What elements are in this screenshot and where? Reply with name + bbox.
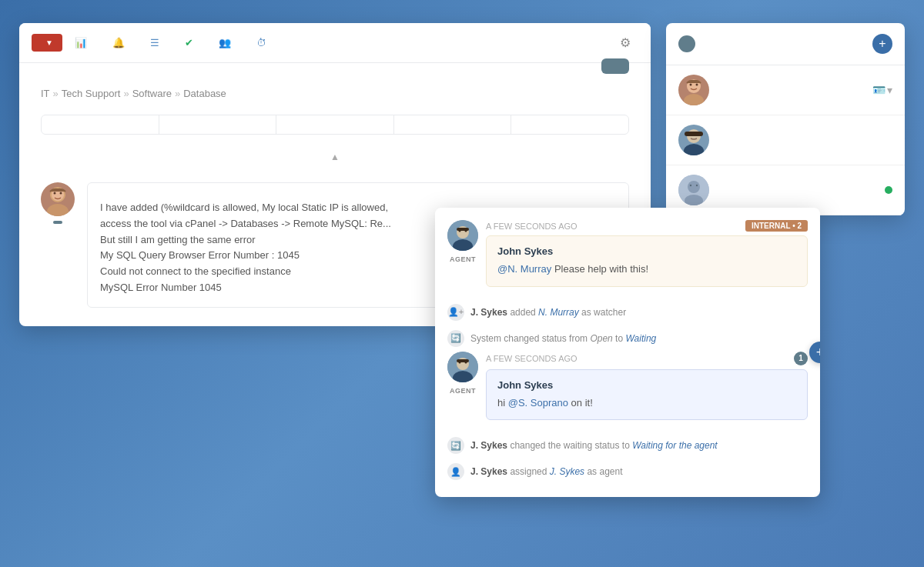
chat-message-2: AGENT A FEW SECONDS AGO 1 John Sykes hi …	[447, 352, 808, 421]
contact-card-icon: 🪪	[872, 84, 886, 96]
svg-point-1	[47, 204, 69, 216]
system-watcher-text: J. Sykes added N. Murray as watcher	[470, 307, 626, 318]
chat-messages: AGENT A FEW SECONDS AGO INTERNAL • 2 Joh…	[435, 208, 820, 497]
mention-murray: @N. Murray	[497, 263, 551, 275]
chat-text-1-body: Please help with this!	[554, 263, 648, 275]
participant-john-avatar	[678, 125, 709, 155]
dropdown-arrow-icon: ▼	[45, 38, 53, 47]
breadcrumb-sep2: »	[123, 88, 129, 99]
customer-role-badge	[53, 221, 62, 224]
participant-susan: 🪪 ▾	[666, 65, 905, 115]
chat-text-hi: hi	[497, 397, 508, 409]
chat-author-2: John Sykes	[497, 379, 796, 391]
svg-point-17	[690, 185, 691, 186]
system-event-status: 🔄 System changed status from Open to Wai…	[447, 325, 808, 352]
breadcrumb-sep1: »	[53, 88, 59, 99]
participants-panel: + 🪪 ▾	[666, 23, 905, 215]
chat-author-1: John Sykes	[497, 245, 796, 257]
svg-point-6	[684, 94, 704, 105]
participants-count	[678, 35, 695, 52]
nav-approvals[interactable]: ✔	[176, 32, 206, 53]
breadcrumb-database: Database	[183, 88, 226, 99]
ticket-nav: ▼ 📊 🔔 ☰ ✔ 👥 ⏱ ⚙	[19, 23, 651, 63]
customer-avatar-area	[41, 182, 75, 308]
chat-john-avatar-1	[447, 220, 478, 251]
participant-susan-avatar	[678, 75, 709, 105]
settings-gear-icon[interactable]: ⚙	[612, 31, 638, 55]
internal-badge: INTERNAL • 2	[745, 220, 808, 232]
system-waiting-text: J. Sykes changed the waiting status to W…	[470, 440, 718, 451]
meta-first-response	[394, 115, 512, 134]
chat-text-onit: on it!	[571, 397, 593, 409]
time-icon: ⏱	[256, 37, 266, 48]
ticket-id-badge	[601, 58, 629, 74]
participant-john	[666, 115, 905, 165]
nav-notifications[interactable]: 🔔	[103, 32, 138, 53]
collapse-button[interactable]: ▲	[41, 147, 629, 167]
svg-point-10	[684, 144, 704, 155]
participants-header: +	[666, 23, 905, 65]
status-icon: 🔄	[447, 330, 464, 347]
chat-timestamp-2: A FEW SECONDS AGO	[486, 354, 578, 363]
breadcrumb: IT » Tech Support » Software » Database	[41, 88, 226, 99]
ticket-body: IT » Tech Support » Software » Database	[19, 63, 651, 182]
meta-resolution	[511, 115, 628, 134]
chat-bubble-2: John Sykes hi @S. Soprano on it!	[486, 369, 808, 421]
add-participant-button[interactable]: +	[872, 34, 892, 54]
customer-avatar	[41, 182, 75, 216]
breadcrumb-software: Software	[132, 88, 172, 99]
system-assign-text: J. Sykes assigned J. Sykes as agent	[470, 466, 622, 477]
chart-icon: 📊	[75, 37, 87, 48]
chevron-down-icon: ▾	[887, 84, 892, 96]
svg-point-4	[60, 192, 62, 195]
breadcrumb-tech-support: Tech Support	[62, 88, 121, 99]
breadcrumb-sep3: »	[175, 88, 180, 99]
requires-action-button[interactable]: ▼	[32, 34, 62, 52]
system-status-text: System changed status from Open to Waiti…	[470, 333, 656, 344]
meta-priority	[42, 115, 159, 134]
participant-susan-action[interactable]: 🪪 ▾	[872, 84, 892, 96]
system-event-watcher: 👤+ J. Sykes added N. Murray as watcher	[447, 299, 808, 325]
breadcrumb-it: IT	[41, 88, 50, 99]
svg-point-7	[690, 84, 692, 86]
nav-tasks[interactable]: ☰	[141, 32, 172, 53]
participants-header-left	[678, 35, 701, 52]
approvals-icon: ✔	[185, 37, 193, 48]
svg-rect-30	[457, 359, 469, 362]
svg-point-8	[696, 84, 698, 86]
chat-panel: AGENT A FEW SECONDS AGO INTERNAL • 2 Joh…	[435, 208, 820, 497]
system-event-assign: 👤 J. Sykes assigned J. Sykes as agent	[447, 459, 808, 485]
ticket-metadata	[41, 115, 629, 135]
meta-type	[159, 115, 277, 134]
svg-point-18	[696, 185, 698, 186]
chat-agent-label-1: AGENT	[450, 255, 476, 263]
meta-source	[276, 115, 394, 134]
chat-text-2: hi @S. Soprano on it!	[497, 395, 796, 411]
chat-message-1: AGENT A FEW SECONDS AGO INTERNAL • 2 Joh…	[447, 220, 808, 287]
svg-point-15	[688, 181, 700, 193]
svg-rect-24	[457, 228, 469, 231]
svg-point-3	[54, 192, 56, 195]
chat-agent-label-2: AGENT	[450, 387, 476, 395]
system-event-waiting: 🔄 J. Sykes changed the waiting status to…	[447, 432, 808, 459]
assign-icon: 👤	[447, 463, 464, 480]
chat-john-avatar-2	[447, 352, 478, 382]
message-count-badge: 1	[794, 352, 808, 365]
chat-timestamp-1: A FEW SECONDS AGO	[486, 222, 578, 231]
waiting-icon: 🔄	[447, 437, 464, 454]
online-status-dot	[885, 186, 892, 194]
participant-datacenter-avatar	[678, 175, 709, 205]
tasks-icon: ☰	[150, 37, 159, 48]
mention-soprano: @S. Soprano	[508, 397, 568, 409]
chat-text-1: @N. Murray Please help with this!	[497, 262, 796, 277]
svg-rect-13	[685, 132, 703, 136]
reassign-icon: 👥	[219, 37, 231, 48]
nav-metrics[interactable]: 📊	[65, 32, 100, 53]
nav-reassign[interactable]: 👥	[209, 32, 244, 53]
watcher-icon: 👤+	[447, 304, 464, 321]
chat-bubble-1: John Sykes @N. Murray Please help with t…	[486, 235, 808, 287]
bell-icon: 🔔	[112, 37, 125, 48]
nav-time[interactable]: ⏱	[247, 32, 280, 53]
